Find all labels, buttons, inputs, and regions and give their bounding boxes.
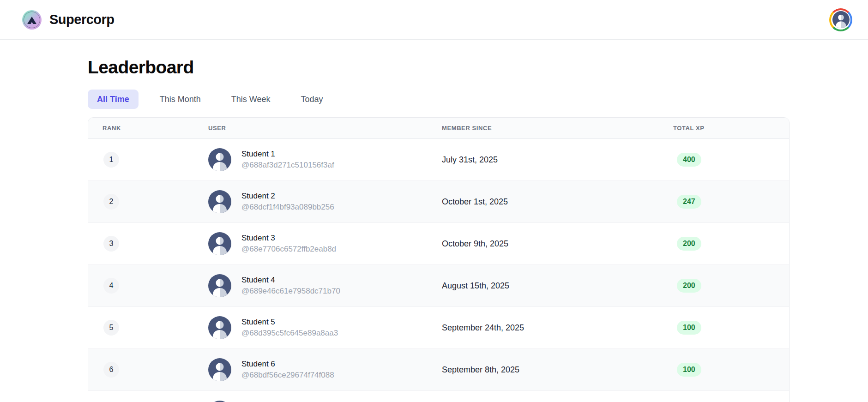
- user-avatar-icon: [208, 190, 231, 213]
- total-xp-badge: 400: [677, 153, 701, 167]
- user-handle: @68bdf56ce29674f74f088: [241, 371, 334, 380]
- brand-home-link[interactable]: Supercorp: [22, 10, 115, 30]
- user-handle: @68dcf1f4bf93a089bb256: [241, 203, 334, 212]
- user-handle: @68d395c5fc645e89a8aa3: [241, 329, 338, 338]
- column-header-total-xp: TOTAL XP: [673, 125, 789, 132]
- tab-this-month[interactable]: This Month: [151, 90, 210, 109]
- user-handle: @688af3d271c510156f3af: [241, 161, 334, 170]
- user-name: Student 5: [241, 318, 338, 327]
- user-avatar-icon: [208, 358, 231, 381]
- time-filter-tabs: All Time This Month This Week Today: [88, 90, 868, 109]
- table-row: [88, 391, 789, 402]
- total-xp-badge: 100: [677, 363, 701, 377]
- total-xp-badge: 200: [677, 279, 701, 293]
- main-content: Leaderboard All Time This Month This Wee…: [0, 57, 868, 402]
- brand-logo-icon: [22, 10, 42, 30]
- total-xp-badge: 100: [677, 321, 701, 335]
- table-row: 1 Student 1 @688af3d271c510156f3af July …: [88, 139, 789, 181]
- total-xp-badge: 200: [677, 237, 701, 251]
- tab-today[interactable]: Today: [291, 90, 332, 109]
- table-row: 4 Student 4 @689e46c61e7958dc71b70 Augus…: [88, 265, 789, 307]
- user-handle: @68e7706c6572ffb2eab8d: [241, 245, 336, 254]
- member-since-date: September 8th, 2025: [442, 365, 673, 375]
- user-avatar-icon: [208, 232, 231, 255]
- tab-all-time[interactable]: All Time: [88, 90, 139, 109]
- brand-name: Supercorp: [49, 12, 115, 27]
- page-title: Leaderboard: [88, 57, 868, 78]
- column-header-member-since: MEMBER SINCE: [442, 125, 673, 132]
- member-since-date: September 24th, 2025: [442, 323, 673, 333]
- member-since-date: July 31st, 2025: [442, 155, 673, 165]
- table-header-row: RANK USER MEMBER SINCE TOTAL XP: [88, 118, 789, 139]
- user-name: Student 2: [241, 192, 334, 201]
- profile-avatar-icon: [832, 11, 850, 28]
- member-since-date: October 1st, 2025: [442, 197, 673, 207]
- triangle-mark-icon: [27, 17, 36, 24]
- top-bar: Supercorp: [0, 0, 868, 40]
- user-name: Student 3: [241, 234, 336, 243]
- rank-badge: 5: [103, 320, 119, 336]
- user-name: Student 1: [241, 150, 334, 159]
- member-since-date: August 15th, 2025: [442, 281, 673, 291]
- user-handle: @689e46c61e7958dc71b70: [241, 287, 340, 296]
- avatar-ring: [831, 10, 850, 30]
- rank-badge: 1: [103, 152, 119, 168]
- user-name: Student 4: [241, 276, 340, 285]
- rank-badge: 4: [103, 278, 119, 294]
- rank-badge: 2: [103, 194, 119, 210]
- column-header-user: USER: [208, 125, 442, 132]
- user-avatar-icon: [208, 274, 231, 297]
- rank-badge: 3: [103, 236, 119, 252]
- tab-this-week[interactable]: This Week: [222, 90, 280, 109]
- total-xp-badge: 247: [677, 195, 701, 209]
- rank-badge: 6: [103, 362, 119, 378]
- user-avatar-icon: [208, 316, 231, 339]
- user-name: Student 6: [241, 360, 334, 369]
- user-avatar-icon: [208, 148, 231, 171]
- table-row: 3 Student 3 @68e7706c6572ffb2eab8d Octob…: [88, 223, 789, 265]
- account-menu-button[interactable]: [829, 8, 852, 31]
- table-row: 2 Student 2 @68dcf1f4bf93a089bb256 Octob…: [88, 181, 789, 223]
- member-since-date: October 9th, 2025: [442, 239, 673, 249]
- leaderboard-table: RANK USER MEMBER SINCE TOTAL XP 1 Studen…: [88, 117, 790, 402]
- column-header-rank: RANK: [102, 125, 208, 132]
- user-avatar-icon: [208, 401, 231, 402]
- table-row: 5 Student 5 @68d395c5fc645e89a8aa3 Septe…: [88, 307, 789, 349]
- table-row: 6 Student 6 @68bdf56ce29674f74f088 Septe…: [88, 349, 789, 391]
